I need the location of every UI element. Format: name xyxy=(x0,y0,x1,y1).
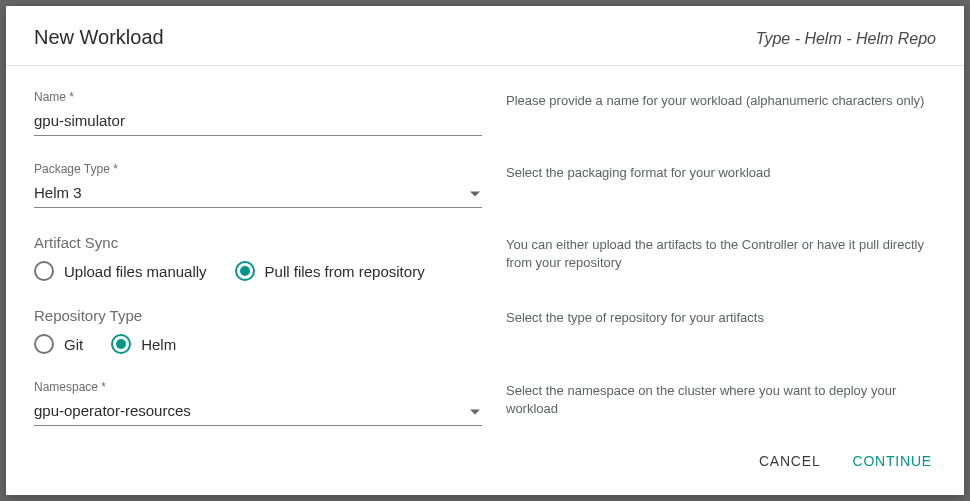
package-type-label: Package Type * xyxy=(34,162,482,176)
radio-git-label: Git xyxy=(64,336,83,353)
dialog-subtitle: Type - Helm - Helm Repo xyxy=(756,30,936,48)
name-input[interactable] xyxy=(34,108,482,136)
row-package-type: Package Type * Helm 3 Select the packagi… xyxy=(34,162,936,208)
cancel-button[interactable]: CANCEL xyxy=(755,447,825,475)
dialog-body: Name * Please provide a name for your wo… xyxy=(6,66,964,429)
name-label: Name * xyxy=(34,90,482,104)
radio-pull-repository[interactable]: Pull files from repository xyxy=(235,261,425,281)
package-type-help: Select the packaging format for your wor… xyxy=(506,162,936,208)
continue-button[interactable]: CONTINUE xyxy=(848,447,936,475)
namespace-help: Select the namespace on the cluster wher… xyxy=(506,380,936,426)
radio-icon xyxy=(111,334,131,354)
radio-helm-label: Helm xyxy=(141,336,176,353)
radio-icon xyxy=(235,261,255,281)
dialog-title: New Workload xyxy=(34,26,164,49)
namespace-select[interactable]: gpu-operator-resources xyxy=(34,398,482,426)
repository-type-help: Select the type of repository for your a… xyxy=(506,307,936,354)
radio-git[interactable]: Git xyxy=(34,334,83,354)
artifact-sync-label: Artifact Sync xyxy=(34,234,482,251)
package-type-select[interactable]: Helm 3 xyxy=(34,180,482,208)
dialog-footer: CANCEL CONTINUE xyxy=(6,429,964,495)
row-repository-type: Repository Type Git Helm Select the type… xyxy=(34,307,936,354)
radio-upload-label: Upload files manually xyxy=(64,263,207,280)
row-name: Name * Please provide a name for your wo… xyxy=(34,90,936,136)
radio-icon xyxy=(34,334,54,354)
row-namespace: Namespace * gpu-operator-resources Selec… xyxy=(34,380,936,426)
radio-upload-manually[interactable]: Upload files manually xyxy=(34,261,207,281)
radio-icon xyxy=(34,261,54,281)
radio-pull-label: Pull files from repository xyxy=(265,263,425,280)
namespace-label: Namespace * xyxy=(34,380,482,394)
dialog-header: New Workload Type - Helm - Helm Repo xyxy=(6,6,964,66)
artifact-sync-help: You can either upload the artifacts to t… xyxy=(506,234,936,281)
row-artifact-sync: Artifact Sync Upload files manually Pull… xyxy=(34,234,936,281)
name-help: Please provide a name for your workload … xyxy=(506,90,936,136)
new-workload-dialog: New Workload Type - Helm - Helm Repo Nam… xyxy=(6,6,964,495)
radio-helm[interactable]: Helm xyxy=(111,334,176,354)
repository-type-label: Repository Type xyxy=(34,307,482,324)
